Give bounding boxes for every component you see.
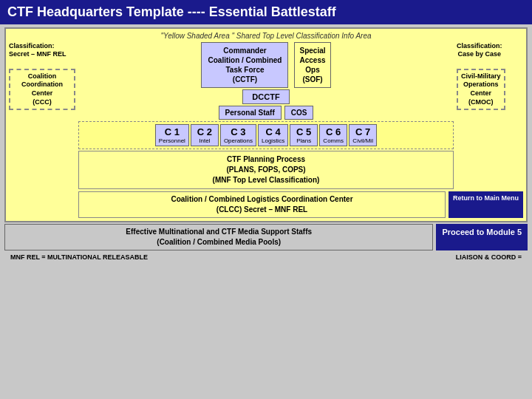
- dcctf-row: DCCTF: [78, 89, 454, 104]
- left-side: Classification: Secret – MNF REL Coaliti…: [9, 42, 75, 110]
- c2-box: C 2 Intel: [191, 124, 219, 146]
- personal-cos-row: Personal Staff COS: [78, 106, 454, 120]
- cmoc-box: Civil-Military Operations Center (CMOC): [457, 69, 505, 111]
- proceed-button[interactable]: Proceed to Module 5: [436, 224, 528, 250]
- clcc-box: Coalition / Combined Logistics Coordinat…: [78, 191, 446, 218]
- classification-left: Classification: Secret – MNF REL: [9, 42, 75, 58]
- commander-box: Commander Coalition / Combined Task Forc…: [201, 42, 288, 88]
- bottom-left-label: MNF REL = MULTINATIONAL RELEASABLE: [10, 253, 148, 261]
- yellow-area-label: "Yellow Shaded Area " Shared Top Level C…: [9, 32, 523, 40]
- classification-right: Classification: Case by Case: [457, 42, 502, 58]
- ccc-box: Coalition Coordination Center (CCC): [9, 69, 75, 111]
- c6-box: C 6 Comms: [319, 124, 347, 146]
- page-title: CTF Headquarters Template ---- Essential…: [7, 4, 336, 19]
- special-access-box: Special Access Ops (SOF): [294, 42, 330, 88]
- center-content: Commander Coalition / Combined Task Forc…: [78, 42, 454, 189]
- bottom-right-label: LIAISON & COORD =: [456, 253, 522, 261]
- media-row: Effective Multinational and CTF Media Su…: [4, 224, 528, 250]
- page: CTF Headquarters Template ---- Essential…: [0, 0, 532, 399]
- bottom-bar: MNF REL = MULTINATIONAL RELEASABLE LIAIS…: [4, 252, 528, 262]
- yellow-outer-box: "Yellow Shaded Area " Shared Top Level C…: [4, 27, 528, 222]
- return-to-main-menu-button[interactable]: Return to Main Menu: [449, 191, 523, 218]
- right-side: Classification: Case by Case Civil-Milit…: [457, 42, 523, 110]
- cos-box: COS: [284, 106, 314, 120]
- dcctf-box: DCCTF: [242, 89, 289, 104]
- top-row: Commander Coalition / Combined Task Forc…: [78, 42, 454, 88]
- c3-box: C 3 Operations: [220, 124, 256, 146]
- planning-box: CTF Planning Process (PLANS, FOPS, COPS)…: [78, 151, 454, 189]
- c-boxes-row: C 1 Personnel C 2 Intel C 3 Operations: [78, 121, 454, 149]
- c5-box: C 5 Plans: [290, 124, 318, 146]
- c7-box: C 7 Civil/Mil: [349, 124, 377, 146]
- c1-box: C 1 Personnel: [155, 124, 189, 146]
- media-box: Effective Multinational and CTF Media Su…: [4, 224, 433, 250]
- personal-staff-box: Personal Staff: [219, 106, 282, 120]
- c4-box: C 4 Logistics: [258, 124, 288, 146]
- title-bar: CTF Headquarters Template ---- Essential…: [0, 0, 532, 24]
